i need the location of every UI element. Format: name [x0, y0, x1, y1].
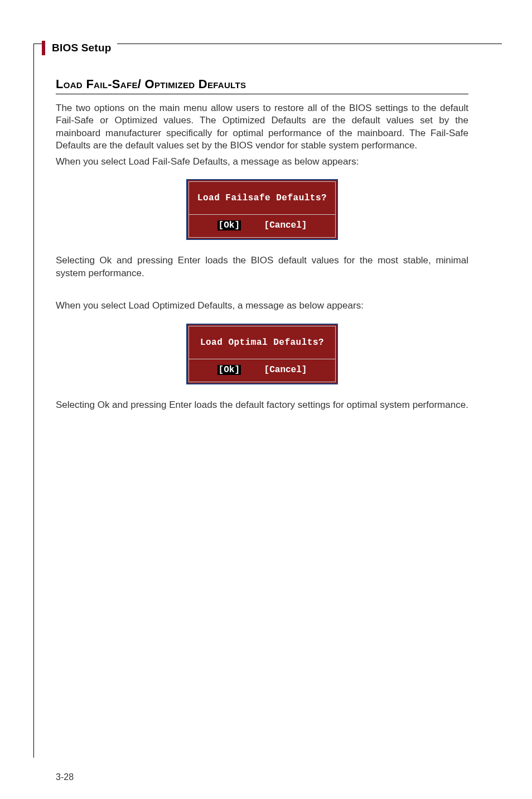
- spacer: [56, 283, 468, 300]
- intro-paragraph: The two options on the main menu allow u…: [56, 102, 468, 152]
- failsafe-dialog-buttons: [Ok] [Cancel]: [189, 215, 335, 237]
- optimal-cancel-button[interactable]: [Cancel]: [264, 365, 307, 375]
- optimal-dialog-question: Load Optimal Defaults?: [189, 326, 335, 359]
- optimized-result-paragraph: Selecting Ok and pressing Enter loads th…: [56, 399, 468, 411]
- failsafe-result-paragraph: Selecting Ok and pressing Enter loads th…: [56, 254, 468, 280]
- header-title: BIOS Setup: [52, 42, 112, 54]
- failsafe-dialog: Load Failsafe Defaults? [Ok] [Cancel]: [186, 179, 338, 240]
- header-accent-bar: [42, 41, 45, 55]
- dialog-inner-frame: Load Optimal Defaults? [Ok] [Cancel]: [188, 326, 336, 382]
- dialog-inner-frame: Load Failsafe Defaults? [Ok] [Cancel]: [188, 181, 336, 238]
- section-title: Load Fail-Safe/ Optimized Defaults: [56, 77, 468, 94]
- optimal-dialog-buttons: [Ok] [Cancel]: [189, 359, 335, 382]
- failsafe-dialog-question: Load Failsafe Defaults?: [189, 182, 335, 215]
- optimal-dialog: Load Optimal Defaults? [Ok] [Cancel]: [186, 324, 338, 384]
- page-number: 3-28: [56, 772, 74, 782]
- failsafe-ok-button[interactable]: [Ok]: [217, 220, 241, 230]
- failsafe-cancel-button[interactable]: [Cancel]: [264, 220, 307, 230]
- content-area: Load Fail-Safe/ Optimized Defaults The t…: [56, 77, 468, 415]
- optimized-lead: When you select Load Optimized Defaults,…: [56, 300, 468, 312]
- failsafe-lead: When you select Load Fail-Safe Defaults,…: [56, 156, 468, 168]
- optimal-ok-button[interactable]: [Ok]: [217, 365, 241, 375]
- section-header: BIOS Setup: [42, 37, 117, 59]
